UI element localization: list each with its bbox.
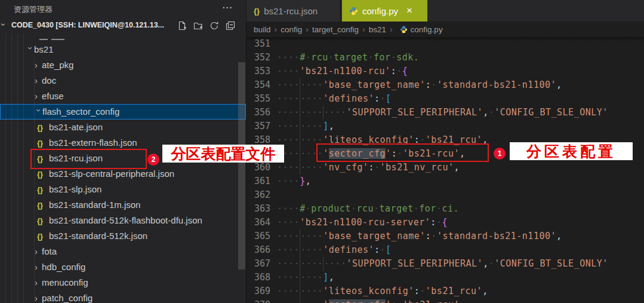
code-token: target — [380, 203, 414, 214]
code-line-365[interactable]: 365········'base_target_name':·'standard… — [246, 229, 644, 243]
tree-scrollbar[interactable] — [238, 62, 245, 270]
code-token: · — [397, 299, 403, 303]
code-token: : — [426, 79, 432, 90]
tree-item-bs21-slp-central-peripheral.json[interactable]: {}bs21-slp-central-peripheral.json — [0, 166, 246, 182]
code-area[interactable]: 351352····#·rcu·target·for·sdk.353····'b… — [246, 37, 644, 303]
code-token: , — [483, 258, 489, 269]
code-token: 'nv_cfg' — [323, 162, 368, 173]
code-token: 'bs21_rcu' — [426, 286, 482, 296]
tree-item-flash_sector_config[interactable]: ›flash_sector_config — [0, 104, 246, 120]
tree-indent-guide — [34, 57, 35, 303]
code-token: # — [300, 52, 306, 63]
breadcrumb-item[interactable]: config.py — [411, 25, 443, 34]
new-file-icon[interactable] — [177, 21, 187, 31]
code-token: ci. — [442, 203, 459, 214]
tree-item-efuse[interactable]: ›efuse — [0, 88, 246, 104]
code-line-360[interactable]: 360········'nv_cfg':·'bs21_nv_rcu', — [246, 161, 644, 175]
code-token: , — [482, 134, 488, 145]
tree-item-ate_pkg[interactable]: ›ate_pkg — [0, 57, 246, 73]
line-number: 352 — [246, 51, 270, 65]
code-line-355[interactable]: 355········'defines':·[ — [246, 92, 644, 106]
code-token: , — [329, 272, 335, 283]
code-line-362[interactable]: 362 — [246, 188, 644, 202]
workspace-section-header[interactable]: › CODE_0430 [SSH: LINWEIQIN@10.121.13... — [0, 19, 246, 33]
code-token: 'bs21-n1100-rcu' — [300, 66, 391, 76]
code-token: : — [414, 134, 420, 145]
tree-item-hdb_config[interactable]: ›hdb_config — [0, 259, 246, 275]
code-token: 'bs21_rcu' — [426, 134, 482, 145]
code-token: · — [374, 162, 380, 173]
code-token: ···· — [300, 272, 323, 283]
code-line-358[interactable]: 358········'liteos_kconfig':·'bs21_rcu', — [246, 133, 644, 147]
code-token: · — [374, 203, 380, 214]
tree-item-label: bs21-standard-512k-flashboot-dfu.json — [49, 215, 202, 225]
tree-item-bs21-rcu.json[interactable]: {}bs21-rcu.json — [0, 151, 246, 166]
code-token: ···· — [300, 93, 323, 104]
tree-item-menuconfig[interactable]: ›menuconfig — [0, 275, 246, 290]
collapse-all-icon[interactable] — [226, 21, 236, 31]
code-token: 'CONFIG_BT_SLE_ONLY' — [494, 258, 608, 269]
line-number: 365 — [246, 229, 270, 243]
code-token: , — [454, 162, 460, 173]
code-line-363[interactable]: 363····#·product·rcu·target·for·ci. — [246, 202, 644, 216]
chevron-right-icon: › — [35, 57, 42, 73]
tree-item-bs21-standard-1m.json[interactable]: {}bs21-standard-1m.json — [0, 197, 246, 213]
code-token: · — [306, 203, 312, 214]
code-line-369[interactable]: 369········'liteos_kconfig':·'bs21_rcu', — [246, 284, 644, 298]
tree-item-bs21[interactable]: ›bs21 — [0, 42, 246, 57]
code-token: { — [402, 66, 408, 76]
code-line-354[interactable]: 354········'base_target_name':·'standard… — [246, 78, 644, 92]
breadcrumb-item[interactable]: bs21 — [369, 25, 386, 34]
tree-item-label: bs21-extern-flash.json — [49, 137, 137, 148]
tab-config-py[interactable]: config.py × — [342, 0, 427, 22]
code-line-368[interactable]: 368········], — [246, 271, 644, 284]
code-line-357[interactable]: 357········], — [246, 120, 644, 133]
tree-item-fota[interactable]: ›fota — [0, 244, 246, 259]
tree-item-doc[interactable]: ›doc — [0, 73, 246, 88]
chevron-right-icon: › — [35, 290, 42, 303]
code-line-364[interactable]: 364····'bs21-n1100-rcu-server':·{ — [246, 216, 644, 229]
explorer-sidebar: 资源管理器 ⋯ › CODE_0430 [SSH: LINWEIQIN@10.1… — [0, 0, 246, 303]
code-token: , — [483, 107, 489, 118]
close-icon[interactable]: × — [406, 5, 412, 17]
code-line-361[interactable]: 361····}, — [246, 175, 644, 188]
refresh-icon[interactable] — [209, 21, 220, 31]
tree-item-label: bs21-ate.json — [49, 122, 103, 132]
breadcrumb-item[interactable]: config — [281, 25, 302, 34]
code-token: · — [420, 134, 426, 145]
code-line-359[interactable]: 359········'sector_cfg':·'bs21-rcu', — [246, 147, 644, 161]
code-token: ···· — [277, 231, 300, 241]
code-token: sector_cfg — [329, 299, 386, 303]
code-token: ···· — [277, 217, 300, 228]
json-braces-icon: {} — [37, 229, 49, 244]
code-token: for — [419, 203, 436, 214]
tree-item-bs21-slp.json[interactable]: {}bs21-slp.json — [0, 182, 246, 197]
code-line-352[interactable]: 352····#·rcu·target·for·sdk. — [246, 51, 644, 65]
ellipsis-icon[interactable]: ⋯ — [222, 1, 233, 14]
tab-bs21-rcu-json[interactable]: {} bs21-rcu.json — [246, 0, 341, 22]
code-line-366[interactable]: 366········'defines':·[ — [246, 243, 644, 257]
chevron-down-icon: › — [23, 47, 38, 54]
code-token: 'defines' — [323, 244, 374, 255]
new-folder-icon[interactable] — [193, 21, 204, 31]
code-line-370[interactable]: 370········'sector_cfg':·'bs21-rcu', — [246, 298, 644, 303]
tree-item-label: efuse — [42, 91, 64, 101]
chevron-right-icon: › — [35, 73, 42, 88]
code-token: · — [306, 52, 312, 63]
breadcrumb-item[interactable]: target_config — [312, 25, 359, 34]
code-token: 'CONFIG_BT_SLE_ONLY' — [494, 107, 608, 118]
code-token: ···· — [300, 258, 323, 269]
tab-label: config.py — [362, 6, 398, 16]
tree-item-bs21-extern-flash.json[interactable]: {}bs21-extern-flash.json — [0, 135, 246, 151]
tree-item-patch_config[interactable]: ›patch_config — [0, 290, 246, 303]
tree-item-bs21-standard-512k-flashboot-dfu.json[interactable]: {}bs21-standard-512k-flashboot-dfu.json — [0, 213, 246, 228]
code-line-367[interactable]: 367············'SUPPORT_SLE_PERIPHERAL',… — [246, 257, 644, 271]
tree-item-bs21-ate.json[interactable]: {}bs21-ate.json — [0, 120, 246, 135]
code-line-353[interactable]: 353····'bs21-n1100-rcu':·{ — [246, 65, 644, 78]
code-token: 'liteos_kconfig' — [323, 134, 414, 145]
tree-item-label: hdb_config — [42, 262, 85, 272]
tree-item-bs21-standard-512k.json[interactable]: {}bs21-standard-512k.json — [0, 228, 246, 244]
code-line-351[interactable]: 351 — [246, 37, 644, 51]
code-line-356[interactable]: 356············'SUPPORT_SLE_PERIPHERAL',… — [246, 106, 644, 120]
breadcrumb-item[interactable]: build — [254, 25, 271, 34]
